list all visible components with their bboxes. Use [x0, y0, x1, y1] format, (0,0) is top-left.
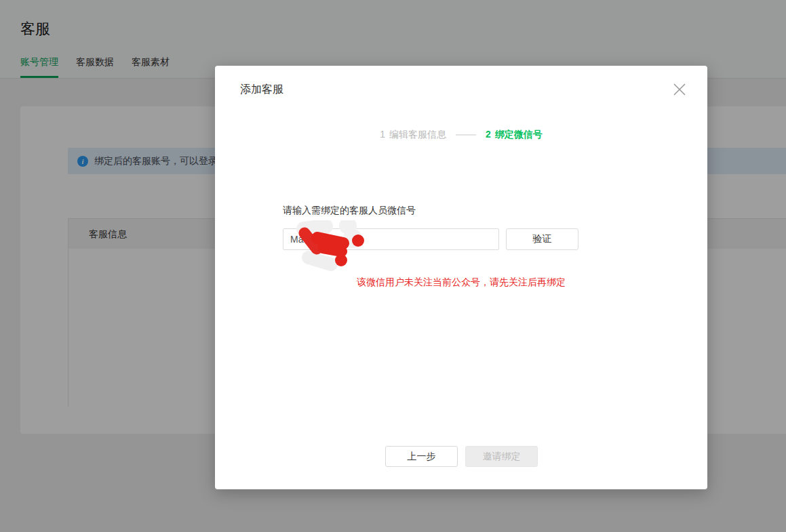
- step-1-number: 1: [380, 129, 385, 140]
- step-1-edit-info: 1 编辑客服信息: [380, 129, 446, 141]
- step-indicator: 1 编辑客服信息 2 绑定微信号: [215, 129, 707, 141]
- step-2-bind-wechat: 2 绑定微信号: [486, 129, 543, 141]
- invite-bind-button[interactable]: 邀请绑定: [465, 446, 538, 467]
- close-icon[interactable]: [671, 81, 688, 98]
- wechat-id-label: 请输入需绑定的客服人员微信号: [283, 205, 416, 217]
- add-service-modal: 添加客服 1 编辑客服信息 2 绑定微信号 请输入需绑定的客服人员微信号 验证 …: [215, 66, 707, 489]
- previous-step-button[interactable]: 上一步: [385, 446, 458, 467]
- close-x-icon: [671, 81, 688, 98]
- step-divider: [456, 134, 476, 136]
- wechat-id-input[interactable]: [283, 228, 499, 250]
- step-2-number: 2: [486, 129, 491, 140]
- modal-title: 添加客服: [240, 83, 283, 97]
- step-2-label: 绑定微信号: [495, 129, 543, 141]
- verify-button[interactable]: 验证: [506, 228, 578, 250]
- error-message: 该微信用户未关注当前公众号，请先关注后再绑定: [215, 277, 707, 289]
- step-1-label: 编辑客服信息: [389, 129, 446, 141]
